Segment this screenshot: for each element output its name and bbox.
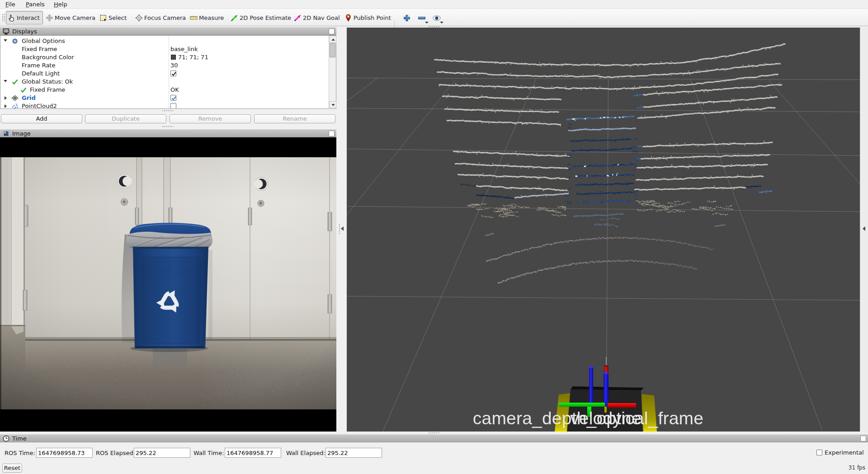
rename-display-button[interactable]: Rename [254,114,335,123]
tool-2d-nav-goal[interactable]: 2D Nav Goal [294,11,340,24]
tf-axis-blue-2 [604,373,609,401]
scrollbar-down-button[interactable] [329,101,336,108]
tree-row-background-color[interactable]: Background Color71; 71; 71 [0,53,329,61]
image-panel-titlebar: Image [0,129,336,137]
tree-row-fixed-frame[interactable]: Fixed FrameOK [0,86,329,94]
cloud-icon [11,103,19,109]
ros-time-input[interactable] [36,448,93,458]
tool-focus-camera[interactable]: Focus Camera [135,11,186,24]
tree-row-checkbox[interactable] [170,95,176,101]
image-panel-icon [3,130,9,137]
left-splitter-collapse-arrow[interactable] [341,226,344,231]
time-panel-titlebar: Time [0,434,868,442]
left-splitter-handle[interactable] [339,224,340,235]
tree-buttons-splitter[interactable] [162,110,174,112]
tree-row-frame-rate[interactable]: Frame Rate30 [0,61,329,70]
image-panel-float-button[interactable] [329,131,335,136]
frame-label-velodyne: velodyne [570,408,642,428]
time-panel-icon [3,435,9,442]
tree-row-checkbox[interactable] [170,103,176,109]
menu-help[interactable]: Help [54,0,67,9]
displays-image-splitter[interactable] [162,126,174,127]
eye-dropdown-arrow[interactable] [440,22,443,23]
remove-tool-dropdown-arrow[interactable] [425,22,429,23]
displays-panel-icon [3,28,9,35]
expander-open[interactable] [4,39,7,42]
right-panel-collapsed-strip[interactable] [860,28,868,432]
nav-goal-arrow-icon [294,14,302,22]
tool-move-camera-label: Move Camera [55,14,95,21]
tree-row-label: Frame Rate [22,62,55,69]
tree-row-global-options[interactable]: Global Options [0,37,329,45]
menu-file[interactable]: File [5,0,15,9]
tool-2d-pose-estimate[interactable]: 2D Pose Estimate [231,11,291,24]
displays-tree-scrollbar[interactable] [329,36,336,108]
tool-move-camera[interactable]: Move Camera [46,11,95,24]
experimental-checkbox[interactable] [816,450,822,455]
ros-elapsed-input[interactable] [134,448,190,458]
tool-select[interactable]: Select [99,11,127,24]
remove-display-button[interactable]: Remove [170,114,251,123]
reset-button[interactable]: Reset [2,464,22,473]
toolbar-drag-handle[interactable] [2,14,6,22]
tree-row-default-light[interactable]: Default Light [0,70,329,78]
check-icon [11,78,19,85]
tree-row-pointcloud2[interactable]: PointCloud2 [0,102,329,109]
gear-icon [11,38,19,45]
expander-closed[interactable] [5,104,7,108]
menu-panels[interactable]: Panels [26,0,45,9]
tree-row-grid[interactable]: Grid [0,94,329,102]
color-swatch[interactable] [171,55,176,60]
tree-row-global-status-ok[interactable]: Global Status: Ok [0,78,329,86]
tree-row-value[interactable]: 71; 71; 71 [178,54,208,61]
tf-axis-green [559,403,605,407]
time-panel-content: ROS Time: ROS Elapsed: Wall Time: Wall E… [0,443,868,474]
rviz-window: File Panels Help Interact Move Camera [0,0,868,474]
tf-axis-blue-1 [589,367,593,403]
displays-tree: Global OptionsFixed Framebase_linkBackgr… [0,35,336,109]
time-panel-float-button[interactable] [860,436,866,441]
experimental-label: Experimental [825,449,864,456]
pose-estimate-arrow-icon [231,14,238,22]
tree-row-checkbox[interactable] [170,70,176,76]
displays-panel-float-button[interactable] [329,28,335,34]
tree-row-label: Fixed Frame [22,46,57,53]
bottom-splitter-handle[interactable] [428,432,440,434]
focus-camera-icon [135,14,143,22]
tree-row-value[interactable]: base_link [170,46,198,53]
time-panel-title: Time [12,435,27,442]
tool-2d-nav-goal-label: 2D Nav Goal [303,14,340,21]
interact-hand-icon [8,14,15,22]
add-tool-button[interactable] [403,14,411,23]
wall-time-input[interactable] [225,448,281,458]
ros-elapsed-label: ROS Elapsed: [96,450,135,456]
select-icon [99,14,107,22]
expander-open[interactable] [4,80,7,82]
wall-elapsed-input[interactable] [326,448,382,458]
scrollbar-thumb[interactable] [330,43,335,57]
scrollbar-up-button[interactable] [329,36,336,42]
tool-properties-eye-button[interactable] [433,14,441,22]
tool-publish-point[interactable]: Publish Point [344,11,391,24]
tree-row-label: Global Options [22,38,65,45]
tree-row-fixed-frame[interactable]: Fixed Framebase_link [0,45,329,53]
tool-measure-label: Measure [199,14,224,21]
tool-measure[interactable]: Measure [190,11,224,24]
tree-row-value[interactable]: 30 [170,62,178,69]
right-splitter-collapse-arrow[interactable] [863,226,865,231]
tool-interact[interactable]: Interact [6,11,43,24]
3d-viewport[interactable]: camera_depth_optical_frame velodyne [347,28,860,432]
remove-tool-button[interactable] [418,14,426,22]
tree-row-value[interactable]: OK [170,86,179,94]
move-camera-icon [46,14,53,22]
expander-closed[interactable] [5,96,7,100]
displays-panel-title: Displays [12,28,37,35]
add-display-button[interactable]: Add [1,114,82,123]
displays-panel-titlebar: Displays [0,27,336,35]
duplicate-display-button[interactable]: Duplicate [85,114,166,123]
tree-row-label: Grid [22,94,36,102]
grid-icon [11,94,19,102]
robot-model [347,28,860,432]
menu-bar: File Panels Help [0,0,868,9]
tree-row-label: Default Light [22,70,60,77]
